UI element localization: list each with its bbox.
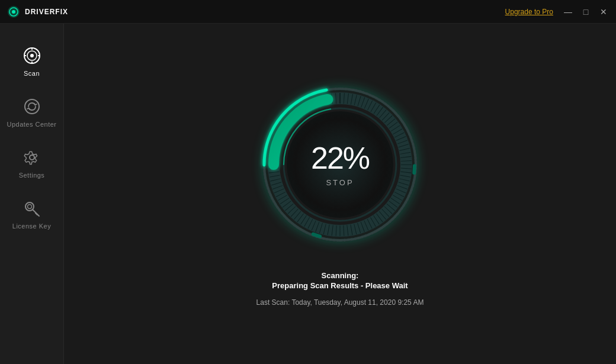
- svg-point-5: [30, 54, 34, 57]
- circle-center: 22% STOP: [311, 142, 369, 186]
- sidebar-settings-label: Settings: [19, 172, 45, 179]
- svg-point-10: [25, 99, 39, 114]
- svg-point-13: [27, 205, 31, 209]
- last-scan-text: Last Scan: Today, Tuesday, August 11, 20…: [256, 298, 424, 307]
- scanning-sub: Preparing Scan Results - Please Wait: [256, 281, 424, 290]
- sidebar-item-license-key[interactable]: License Key: [0, 188, 63, 239]
- app-name: DRIVERFIX: [25, 8, 68, 16]
- title-bar-left: DRIVERFIX: [7, 5, 68, 18]
- maximize-button[interactable]: □: [580, 7, 591, 17]
- stop-button[interactable]: STOP: [326, 178, 354, 186]
- title-bar: DRIVERFIX Upgrade to Pro — □ ✕: [0, 0, 616, 24]
- settings-icon: [21, 147, 43, 168]
- status-info: Scanning: Preparing Scan Results - Pleas…: [256, 271, 424, 307]
- svg-point-2: [12, 10, 15, 14]
- progress-circle-container: 22% STOP: [257, 82, 423, 247]
- svg-point-11: [30, 155, 34, 160]
- sidebar: Scan Updates Center Setti: [0, 24, 64, 364]
- main-layout: Scan Updates Center Setti: [0, 24, 616, 364]
- sidebar-updates-label: Updates Center: [7, 121, 56, 128]
- minimize-button[interactable]: —: [563, 7, 573, 17]
- scan-icon: [21, 45, 43, 66]
- window-controls: — □ ✕: [563, 7, 609, 17]
- license-key-icon: [21, 198, 43, 219]
- sidebar-license-label: License Key: [12, 223, 51, 230]
- sidebar-item-updates-center[interactable]: Updates Center: [0, 86, 63, 137]
- updates-center-icon: [21, 96, 43, 117]
- close-button[interactable]: ✕: [598, 7, 609, 17]
- content-area: 22% STOP Scanning: Preparing Scan Result…: [64, 24, 616, 364]
- title-bar-right: Upgrade to Pro — □ ✕: [505, 7, 609, 17]
- upgrade-link[interactable]: Upgrade to Pro: [505, 8, 553, 16]
- sidebar-scan-label: Scan: [24, 70, 40, 77]
- sidebar-item-scan[interactable]: Scan: [0, 36, 63, 86]
- app-logo-icon: [7, 5, 20, 18]
- scanning-label: Scanning:: [256, 271, 424, 280]
- progress-percent: 22%: [311, 142, 369, 173]
- sidebar-item-settings[interactable]: Settings: [0, 137, 63, 188]
